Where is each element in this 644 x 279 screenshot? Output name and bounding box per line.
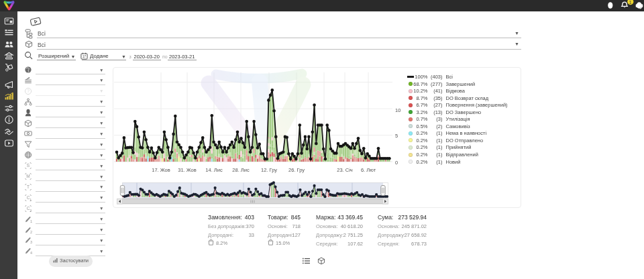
svg-text:M: M <box>26 174 30 178</box>
svg-text:23. Січ: 23. Січ <box>337 167 353 173</box>
svg-text:17. Жов: 17. Жов <box>152 167 170 173</box>
svg-text:1: 1 <box>629 0 632 5</box>
svg-text:5: 5 <box>395 133 398 139</box>
svg-text:4: 4 <box>30 251 32 255</box>
svg-text:12. Гру: 12. Гру <box>261 167 277 173</box>
svg-text:0: 0 <box>395 160 398 166</box>
svg-text:1: 1 <box>30 219 32 223</box>
svg-text:26. Гру: 26. Гру <box>288 167 305 173</box>
svg-text:2: 2 <box>30 209 32 213</box>
svg-text:T: T <box>27 184 30 189</box>
svg-text:3: 3 <box>30 241 32 245</box>
svg-text:28. Лис: 28. Лис <box>232 167 250 173</box>
svg-text:S: S <box>27 163 30 168</box>
svg-text:1: 1 <box>30 199 32 202</box>
svg-text:?: ? <box>27 89 30 93</box>
svg-text:2: 2 <box>30 230 32 234</box>
svg-text:10: 10 <box>395 107 400 113</box>
svg-text:31. Жов: 31. Жов <box>178 167 197 173</box>
svg-text:6. Лют: 6. Лют <box>361 167 376 173</box>
svg-text:14. Лис: 14. Лис <box>205 167 223 173</box>
svg-text:17: 17 <box>83 55 87 58</box>
